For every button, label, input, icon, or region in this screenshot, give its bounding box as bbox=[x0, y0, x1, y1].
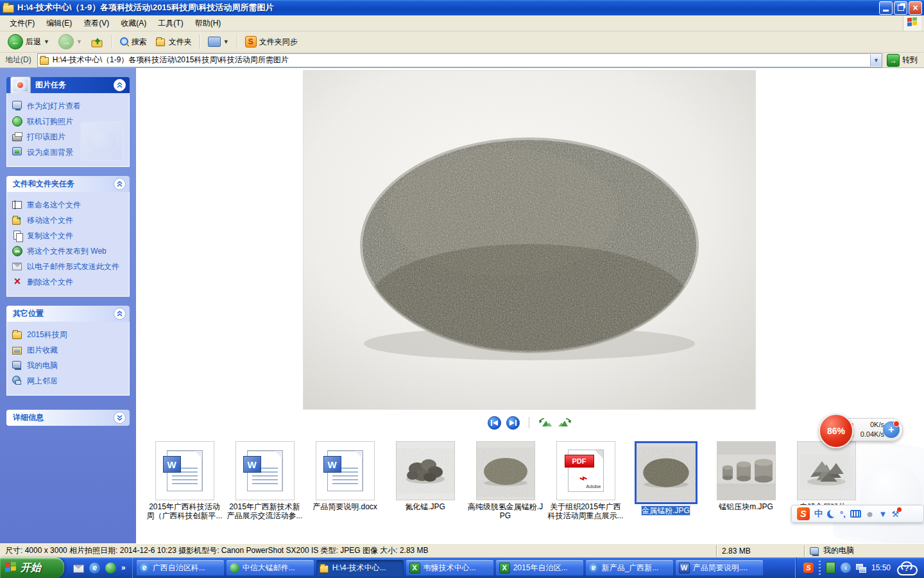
windows-logo-icon bbox=[903, 16, 921, 31]
up-button[interactable] bbox=[87, 35, 108, 49]
hide-icons-chevron[interactable]: ‹ bbox=[841, 563, 851, 573]
file-item[interactable]: 氮化锰.JPG bbox=[387, 441, 463, 523]
task-rename-file[interactable]: 重命名这个文件 bbox=[12, 197, 125, 213]
picture-tasks-panel: 图片任务 作为幻灯片查看 联机订购照片 打印该图片 设为桌面背景 bbox=[6, 77, 130, 167]
file-item-selected[interactable]: 金属锰粉.JPG bbox=[628, 441, 704, 523]
sogou-tray-icon[interactable] bbox=[803, 563, 814, 573]
menu-help[interactable]: 帮助(H) bbox=[189, 16, 227, 31]
folders-button[interactable]: 文件夹 bbox=[152, 35, 196, 49]
task-publish-web[interactable]: 将这个文件发布到 Web bbox=[12, 243, 125, 259]
address-dropdown[interactable]: ▼ bbox=[870, 55, 882, 66]
order-prints-icon bbox=[12, 116, 22, 127]
tray-clock[interactable]: 15:50 bbox=[871, 563, 891, 572]
rotate-counterclockwise-button[interactable] bbox=[538, 416, 552, 429]
accelerate-button[interactable]: + bbox=[883, 421, 900, 438]
account-icon[interactable]: ☻ bbox=[866, 509, 875, 519]
usb-device-icon[interactable] bbox=[826, 562, 835, 574]
system-tray: ‹ 15:50 bbox=[795, 557, 924, 578]
restore-button[interactable] bbox=[894, 1, 907, 15]
search-button[interactable]: 搜索 bbox=[116, 35, 151, 49]
internet-explorer-icon[interactable] bbox=[89, 563, 100, 574]
ime-mode-chinese[interactable]: 中 bbox=[814, 508, 823, 520]
details-header[interactable]: 详细信息 bbox=[6, 410, 130, 426]
window-titlebar: H:\4-技术中心\（1-9）各项科技活动\2015科技周\科技活动周所需图片 … bbox=[0, 0, 924, 15]
task-delete-file[interactable]: 删除这个文件 bbox=[12, 274, 125, 290]
collapse-chevron-icon[interactable] bbox=[114, 178, 126, 190]
ime-settings-icon[interactable]: ⚒ bbox=[891, 509, 899, 519]
photo-thumbnail[interactable] bbox=[476, 441, 535, 500]
photo-thumbnail[interactable] bbox=[717, 441, 776, 500]
other-places-header[interactable]: 其它位置 bbox=[6, 306, 130, 322]
taskbar-window-ie-2[interactable]: 新产品_广西新... bbox=[586, 560, 673, 576]
taskbar-window-excel-2[interactable]: 2015年自治区... bbox=[496, 560, 583, 576]
previous-image-button[interactable] bbox=[488, 416, 501, 430]
go-button[interactable]: → 转到 bbox=[886, 54, 921, 67]
file-tasks-panel: 文件和文件夹任务 重命名这个文件 移动这个文件 复制这个文件 将这个文件发布到 … bbox=[6, 176, 130, 297]
picture-tasks-header[interactable]: 图片任务 bbox=[6, 77, 130, 93]
word-doc-thumbnail[interactable] bbox=[155, 441, 214, 500]
start-button[interactable]: 开始 bbox=[0, 557, 64, 578]
forward-button[interactable]: →▼ bbox=[55, 32, 86, 51]
minimize-button[interactable] bbox=[879, 1, 893, 15]
picture-tasks-icon bbox=[10, 76, 31, 94]
delete-icon bbox=[12, 277, 22, 287]
folder-sync-button[interactable]: 文件夹同步 bbox=[241, 34, 302, 49]
next-image-button[interactable] bbox=[506, 416, 520, 430]
collapse-chevron-icon[interactable] bbox=[114, 79, 126, 91]
file-item[interactable]: 高纯级脱氢金属锰粉.JPG bbox=[467, 441, 543, 523]
address-input[interactable]: H:\4-技术中心\（1-9）各项科技活动\2015科技周\科技活动周所需图片 … bbox=[37, 53, 882, 67]
rotate-clockwise-button[interactable] bbox=[558, 416, 572, 429]
menu-tools[interactable]: 工具(T) bbox=[152, 16, 189, 31]
task-copy-file[interactable]: 复制这个文件 bbox=[12, 228, 125, 243]
photo-thumbnail[interactable] bbox=[635, 441, 697, 504]
pdf-thumbnail[interactable] bbox=[556, 441, 615, 500]
file-item[interactable]: 2015年广西科技活动周（广西科技创新平... bbox=[146, 441, 223, 523]
preview-image[interactable] bbox=[304, 71, 755, 409]
quick-launch-more-icon[interactable]: » bbox=[121, 563, 126, 572]
expand-chevron-icon[interactable] bbox=[114, 412, 126, 424]
memory-usage-ball[interactable]: 86% bbox=[819, 414, 853, 448]
menu-file[interactable]: 文件(F) bbox=[4, 16, 40, 31]
taskbar-window-word[interactable]: 产品简要说明.... bbox=[676, 560, 763, 576]
menu-edit[interactable]: 编辑(E) bbox=[40, 16, 78, 31]
close-button[interactable]: × bbox=[909, 1, 922, 15]
file-item[interactable]: 关于组织2015年广西科技活动周重点展示... bbox=[547, 441, 624, 523]
taskbar-window-ie[interactable]: 广西自治区科... bbox=[137, 560, 224, 576]
photo-thumbnail[interactable] bbox=[396, 441, 455, 500]
taskbar-window-mail[interactable]: 中信大锰邮件... bbox=[227, 560, 314, 576]
task-move-file[interactable]: 移动这个文件 bbox=[12, 213, 125, 228]
browser-360-icon[interactable] bbox=[105, 563, 116, 574]
file-item[interactable]: 产品简要说明.docx bbox=[307, 441, 383, 523]
network-status-icon[interactable] bbox=[856, 564, 866, 572]
window-title: H:\4-技术中心\（1-9）各项科技活动\2015科技周\科技活动周所需图片 bbox=[17, 2, 879, 13]
file-tasks-header[interactable]: 文件和文件夹任务 bbox=[6, 176, 130, 192]
task-email-file[interactable]: 以电子邮件形式发送此文件 bbox=[12, 259, 125, 274]
outlook-icon[interactable] bbox=[73, 563, 84, 574]
excel-icon bbox=[499, 563, 510, 574]
address-label: 地址(D) bbox=[3, 55, 34, 66]
file-item[interactable]: 锰铝压块m.JPG bbox=[708, 441, 784, 523]
views-button[interactable]: ▼ bbox=[204, 35, 233, 49]
taskbar-window-excel-1[interactable]: 韦慷技术中心... bbox=[406, 560, 493, 576]
filmstrip-controls bbox=[304, 415, 755, 430]
place-my-pictures[interactable]: 图片收藏 bbox=[12, 342, 125, 358]
back-button[interactable]: ← 后退▼ bbox=[4, 32, 53, 51]
cloud-help-icon[interactable] bbox=[896, 561, 918, 575]
punctuation-icon[interactable]: °, bbox=[840, 509, 846, 519]
soft-keyboard-icon[interactable] bbox=[850, 510, 861, 518]
sogou-logo-icon[interactable] bbox=[797, 507, 810, 520]
place-2015-tech-week[interactable]: 2015科技周 bbox=[12, 327, 125, 342]
word-doc-thumbnail[interactable] bbox=[235, 441, 295, 500]
fullhalf-moon-icon[interactable] bbox=[827, 510, 835, 518]
taskbar-window-explorer-active[interactable]: H:\4-技术中心... bbox=[316, 560, 404, 576]
task-view-slideshow[interactable]: 作为幻灯片查看 bbox=[12, 98, 125, 114]
collapse-chevron-icon[interactable] bbox=[114, 308, 126, 320]
word-doc-thumbnail[interactable] bbox=[316, 441, 375, 500]
place-my-computer[interactable]: 我的电脑 bbox=[12, 358, 125, 373]
place-network[interactable]: 网上邻居 bbox=[12, 373, 125, 389]
task-buttons: 广西自治区科... 中信大锰邮件... H:\4-技术中心... 韦慷技术中心.… bbox=[133, 560, 795, 576]
skin-icon[interactable]: ▼ bbox=[879, 509, 887, 519]
menu-view[interactable]: 查看(V) bbox=[78, 16, 115, 31]
file-item[interactable]: 2015年广西新技术新产品展示交流活动参... bbox=[227, 441, 303, 523]
menu-favorites[interactable]: 收藏(A) bbox=[115, 16, 152, 31]
